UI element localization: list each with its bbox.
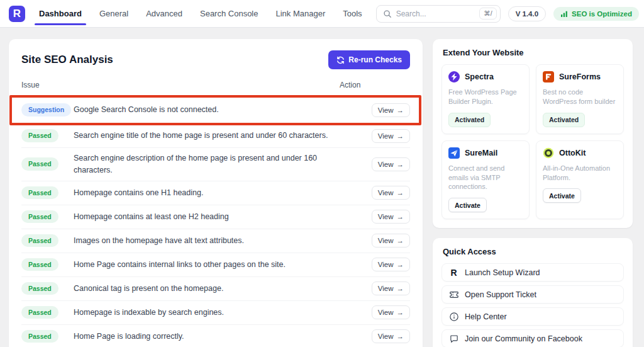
quick-access-item-launch-setup-wizard[interactable]: RLaunch Setup Wizard [441, 263, 624, 282]
rank-logo-icon: R [448, 268, 459, 277]
search-input[interactable] [396, 9, 475, 18]
ottokit-icon [543, 147, 554, 159]
plugin-name: SureMail [465, 149, 497, 157]
right-sidebar: Extend Your Website SpectraFree WordPres… [433, 39, 633, 347]
quick-access-item-join-our-community-on-facebook[interactable]: Join our Community on Facebook [441, 329, 624, 347]
rerun-checks-button[interactable]: Re-run Checks [328, 50, 410, 69]
nav-item-general[interactable]: General [99, 0, 128, 27]
logo-letter: R [13, 8, 21, 20]
issue-text: Google Search Console is not connected. [74, 104, 350, 116]
badge-cell: Passed [21, 129, 74, 142]
view-button[interactable]: View→ [372, 103, 410, 117]
status-badge: Passed [21, 210, 58, 224]
badge-cell: Passed [21, 330, 74, 343]
bar-chart-icon [560, 10, 568, 18]
arrow-right-icon: → [397, 261, 404, 268]
plugin-card-sureforms: SureFormsBest no code WordPress form bui… [536, 64, 624, 134]
plugin-name: Spectra [465, 72, 494, 81]
activated-button[interactable]: Activated [543, 113, 585, 127]
badge-cell: Passed [21, 282, 74, 295]
table-header: Issue Action [21, 77, 410, 96]
quick-access-title: Quick Access [443, 247, 623, 256]
status-badge: Passed [21, 330, 58, 343]
issue-row: SuggestionGoogle Search Console is not c… [21, 96, 410, 124]
view-button[interactable]: View→ [372, 210, 410, 224]
action-cell: View→ [350, 157, 410, 171]
issue-table: SuggestionGoogle Search Console is not c… [21, 96, 410, 347]
seo-status-label: SEO is Optimized [572, 10, 632, 18]
badge-cell: Passed [21, 258, 74, 271]
plugin-description: Connect and send emails via SMTP connect… [448, 164, 523, 192]
plugin-name: OttoKit [559, 149, 586, 157]
topbar-right: ⌘/ V 1.4.0 SEO is Optimized 9+ [376, 5, 644, 23]
nav-item-advanced[interactable]: Advanced [146, 0, 182, 27]
arrow-right-icon: → [397, 213, 404, 220]
ticket-icon [448, 290, 459, 300]
quick-access-label: Launch Setup Wizard [465, 268, 540, 277]
status-badge: Passed [21, 282, 58, 295]
quick-access-card: Quick Access RLaunch Setup WizardOpen Su… [433, 238, 633, 347]
nav-item-search-console[interactable]: Search Console [200, 0, 258, 27]
view-label: View [378, 106, 394, 114]
status-badge: Passed [21, 157, 58, 171]
arrow-right-icon: → [397, 189, 404, 196]
badge-cell: Passed [21, 157, 74, 171]
view-button[interactable]: View→ [372, 258, 410, 271]
activate-button[interactable]: Activate [448, 198, 487, 212]
rerun-checks-label: Re-run Checks [348, 55, 402, 64]
issue-text: Homepage contains at least one H2 headin… [74, 211, 350, 223]
nav-item-dashboard[interactable]: Dashboard [39, 0, 82, 27]
issue-column-header: Issue [21, 81, 340, 89]
nav-item-link-manager[interactable]: Link Manager [275, 0, 325, 27]
plugin-description: Best no code WordPress form builder [543, 88, 617, 106]
action-cell: View→ [350, 258, 410, 271]
view-label: View [378, 161, 394, 168]
activate-button[interactable]: Activate [543, 188, 581, 203]
issue-row: PassedCanonical tag is present on the ho… [21, 277, 410, 301]
badge-cell: Suggestion [21, 103, 74, 117]
search-box[interactable]: ⌘/ [376, 5, 501, 23]
view-label: View [378, 189, 394, 196]
view-button[interactable]: View→ [372, 282, 410, 295]
issue-text: Home Page is loading correctly. [74, 331, 350, 343]
top-bar: R DashboardGeneralAdvancedSearch Console… [0, 0, 644, 28]
badge-cell: Passed [21, 186, 74, 200]
plugin-grid: SpectraFree WordPress Page Builder Plugi… [441, 64, 624, 219]
quick-access-label: Open Support Ticket [465, 290, 536, 299]
quick-access-label: Help Center [465, 312, 507, 321]
issue-text: Homepage is indexable by search engines. [74, 307, 350, 319]
main-nav: DashboardGeneralAdvancedSearch ConsoleLi… [39, 0, 362, 27]
info-icon [448, 312, 459, 322]
page-title: Site SEO Analysis [21, 54, 113, 66]
extend-website-card: Extend Your Website SpectraFree WordPres… [433, 39, 633, 228]
action-cell: View→ [350, 103, 410, 117]
comment-icon [448, 334, 459, 344]
arrow-right-icon: → [397, 161, 404, 168]
issue-row: PassedHomepage is indexable by search en… [21, 301, 410, 325]
view-button[interactable]: View→ [372, 329, 410, 343]
view-button[interactable]: View→ [372, 186, 410, 200]
view-button[interactable]: View→ [372, 234, 410, 247]
action-cell: View→ [350, 186, 410, 200]
status-badge: Passed [21, 186, 58, 200]
issue-row: PassedHome Page contains internal links … [21, 253, 410, 277]
plugin-card-suremail: SureMailConnect and send emails via SMTP… [441, 140, 530, 220]
view-button[interactable]: View→ [372, 157, 410, 171]
app-logo: R [9, 6, 25, 22]
view-button[interactable]: View→ [372, 305, 410, 319]
action-cell: View→ [350, 329, 410, 343]
quick-access-item-open-support-ticket[interactable]: Open Support Ticket [441, 285, 624, 304]
status-badge: Passed [21, 129, 58, 142]
activated-button[interactable]: Activated [448, 113, 491, 127]
issue-text: Home Page contains internal links to oth… [74, 259, 350, 271]
status-badge: Passed [21, 258, 58, 271]
badge-cell: Passed [21, 210, 74, 224]
action-cell: View→ [350, 129, 410, 143]
version-badge: V 1.4.0 [508, 6, 546, 21]
view-button[interactable]: View→ [372, 129, 410, 143]
action-column-header: Action [340, 81, 410, 89]
quick-access-list: RLaunch Setup WizardOpen Support TicketH… [441, 263, 624, 347]
status-badge: Passed [21, 306, 58, 319]
quick-access-item-help-center[interactable]: Help Center [441, 307, 624, 326]
nav-item-tools[interactable]: Tools [343, 0, 362, 27]
